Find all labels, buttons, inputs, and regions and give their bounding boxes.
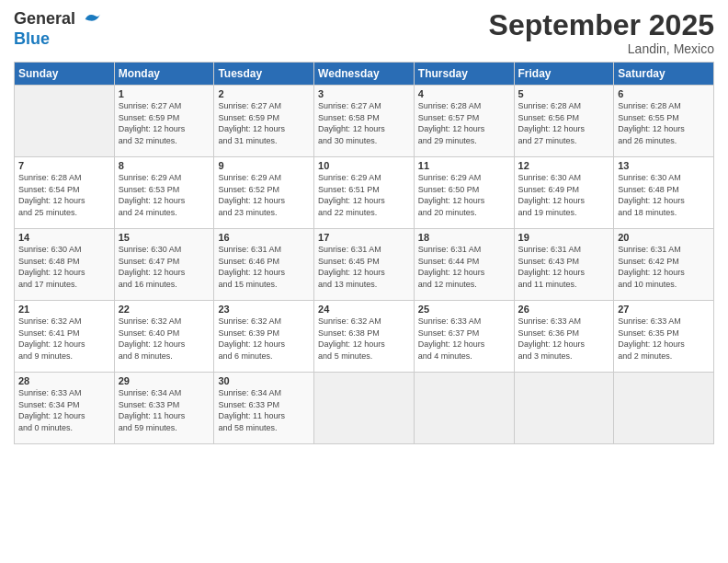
day-info: Sunrise: 6:32 AM Sunset: 6:40 PM Dayligh… xyxy=(119,316,210,362)
calendar-cell: 15Sunrise: 6:30 AM Sunset: 6:47 PM Dayli… xyxy=(114,229,214,301)
day-header: Thursday xyxy=(414,63,514,86)
day-number: 21 xyxy=(18,304,110,315)
day-number: 29 xyxy=(119,375,210,386)
calendar-cell: 23Sunrise: 6:32 AM Sunset: 6:39 PM Dayli… xyxy=(214,301,314,373)
calendar-cell: 16Sunrise: 6:31 AM Sunset: 6:46 PM Dayli… xyxy=(214,229,314,301)
calendar-cell: 20Sunrise: 6:31 AM Sunset: 6:42 PM Dayli… xyxy=(614,229,714,301)
calendar-cell: 26Sunrise: 6:33 AM Sunset: 6:36 PM Dayli… xyxy=(514,301,614,373)
day-number: 5 xyxy=(518,88,610,99)
day-info: Sunrise: 6:33 AM Sunset: 6:35 PM Dayligh… xyxy=(618,316,710,362)
header-row: SundayMondayTuesdayWednesdayThursdayFrid… xyxy=(15,63,714,86)
day-info: Sunrise: 6:33 AM Sunset: 6:37 PM Dayligh… xyxy=(418,316,510,362)
logo-blue: Blue xyxy=(14,29,102,49)
logo-general: General xyxy=(14,9,102,29)
calendar-cell: 19Sunrise: 6:31 AM Sunset: 6:43 PM Dayli… xyxy=(514,229,614,301)
header: General Blue September 2025 Landin, Mexi… xyxy=(14,9,714,56)
calendar-cell: 9Sunrise: 6:29 AM Sunset: 6:52 PM Daylig… xyxy=(214,157,314,229)
logo: General Blue xyxy=(14,9,102,49)
day-number: 19 xyxy=(518,232,610,243)
day-number: 4 xyxy=(418,88,510,99)
day-number: 1 xyxy=(119,88,210,99)
calendar-cell: 11Sunrise: 6:29 AM Sunset: 6:50 PM Dayli… xyxy=(414,157,514,229)
calendar-cell: 13Sunrise: 6:30 AM Sunset: 6:48 PM Dayli… xyxy=(614,157,714,229)
calendar-cell: 7Sunrise: 6:28 AM Sunset: 6:54 PM Daylig… xyxy=(15,157,115,229)
calendar-cell: 17Sunrise: 6:31 AM Sunset: 6:45 PM Dayli… xyxy=(314,229,415,301)
day-info: Sunrise: 6:34 AM Sunset: 6:33 PM Dayligh… xyxy=(218,387,310,433)
title-area: September 2025 Landin, Mexico xyxy=(489,9,714,56)
day-info: Sunrise: 6:29 AM Sunset: 6:53 PM Dayligh… xyxy=(119,172,210,218)
calendar-cell: 28Sunrise: 6:33 AM Sunset: 6:34 PM Dayli… xyxy=(15,373,115,444)
day-number: 18 xyxy=(418,232,510,243)
day-number: 17 xyxy=(318,232,410,243)
day-info: Sunrise: 6:30 AM Sunset: 6:47 PM Dayligh… xyxy=(119,244,210,290)
calendar-cell: 27Sunrise: 6:33 AM Sunset: 6:35 PM Dayli… xyxy=(614,301,714,373)
day-info: Sunrise: 6:29 AM Sunset: 6:50 PM Dayligh… xyxy=(418,172,510,218)
day-number: 7 xyxy=(18,160,110,171)
day-header: Tuesday xyxy=(214,63,314,86)
calendar-cell: 18Sunrise: 6:31 AM Sunset: 6:44 PM Dayli… xyxy=(414,229,514,301)
day-info: Sunrise: 6:30 AM Sunset: 6:48 PM Dayligh… xyxy=(618,172,710,218)
day-info: Sunrise: 6:34 AM Sunset: 6:33 PM Dayligh… xyxy=(119,387,210,433)
day-number: 20 xyxy=(618,232,710,243)
day-info: Sunrise: 6:31 AM Sunset: 6:44 PM Dayligh… xyxy=(418,244,510,290)
calendar-cell xyxy=(514,373,614,444)
day-number: 10 xyxy=(318,160,410,171)
day-number: 22 xyxy=(119,304,210,315)
day-info: Sunrise: 6:27 AM Sunset: 6:58 PM Dayligh… xyxy=(318,100,410,146)
day-number: 16 xyxy=(218,232,310,243)
day-info: Sunrise: 6:30 AM Sunset: 6:49 PM Dayligh… xyxy=(518,172,610,218)
day-info: Sunrise: 6:31 AM Sunset: 6:46 PM Dayligh… xyxy=(218,244,310,290)
day-number: 6 xyxy=(618,88,710,99)
day-number: 3 xyxy=(318,88,410,99)
day-number: 14 xyxy=(18,232,110,243)
calendar-cell xyxy=(15,86,115,157)
day-number: 12 xyxy=(518,160,610,171)
calendar-cell: 29Sunrise: 6:34 AM Sunset: 6:33 PM Dayli… xyxy=(114,373,214,444)
day-info: Sunrise: 6:27 AM Sunset: 6:59 PM Dayligh… xyxy=(218,100,310,146)
calendar-week-row: 7Sunrise: 6:28 AM Sunset: 6:54 PM Daylig… xyxy=(15,157,714,229)
day-number: 26 xyxy=(518,304,610,315)
calendar-week-row: 14Sunrise: 6:30 AM Sunset: 6:48 PM Dayli… xyxy=(15,229,714,301)
day-number: 11 xyxy=(418,160,510,171)
calendar-cell: 5Sunrise: 6:28 AM Sunset: 6:56 PM Daylig… xyxy=(514,86,614,157)
day-number: 28 xyxy=(18,375,110,386)
day-info: Sunrise: 6:29 AM Sunset: 6:52 PM Dayligh… xyxy=(218,172,310,218)
day-info: Sunrise: 6:27 AM Sunset: 6:59 PM Dayligh… xyxy=(119,100,210,146)
day-info: Sunrise: 6:33 AM Sunset: 6:34 PM Dayligh… xyxy=(18,387,110,433)
day-number: 24 xyxy=(318,304,410,315)
day-info: Sunrise: 6:30 AM Sunset: 6:48 PM Dayligh… xyxy=(18,244,110,290)
day-number: 8 xyxy=(119,160,210,171)
day-number: 2 xyxy=(218,88,310,99)
calendar-cell: 12Sunrise: 6:30 AM Sunset: 6:49 PM Dayli… xyxy=(514,157,614,229)
day-info: Sunrise: 6:32 AM Sunset: 6:38 PM Dayligh… xyxy=(318,316,410,362)
day-info: Sunrise: 6:33 AM Sunset: 6:36 PM Dayligh… xyxy=(518,316,610,362)
day-number: 15 xyxy=(119,232,210,243)
day-info: Sunrise: 6:31 AM Sunset: 6:43 PM Dayligh… xyxy=(518,244,610,290)
calendar-cell: 10Sunrise: 6:29 AM Sunset: 6:51 PM Dayli… xyxy=(314,157,415,229)
calendar-cell: 1Sunrise: 6:27 AM Sunset: 6:59 PM Daylig… xyxy=(114,86,214,157)
calendar-cell: 8Sunrise: 6:29 AM Sunset: 6:53 PM Daylig… xyxy=(114,157,214,229)
day-number: 23 xyxy=(218,304,310,315)
calendar-week-row: 1Sunrise: 6:27 AM Sunset: 6:59 PM Daylig… xyxy=(15,86,714,157)
day-header: Wednesday xyxy=(314,63,415,86)
calendar-cell: 22Sunrise: 6:32 AM Sunset: 6:40 PM Dayli… xyxy=(114,301,214,373)
day-number: 13 xyxy=(618,160,710,171)
calendar-cell: 14Sunrise: 6:30 AM Sunset: 6:48 PM Dayli… xyxy=(15,229,115,301)
calendar-cell: 25Sunrise: 6:33 AM Sunset: 6:37 PM Dayli… xyxy=(414,301,514,373)
day-info: Sunrise: 6:28 AM Sunset: 6:56 PM Dayligh… xyxy=(518,100,610,146)
calendar-cell: 6Sunrise: 6:28 AM Sunset: 6:55 PM Daylig… xyxy=(614,86,714,157)
calendar-week-row: 21Sunrise: 6:32 AM Sunset: 6:41 PM Dayli… xyxy=(15,301,714,373)
calendar-week-row: 28Sunrise: 6:33 AM Sunset: 6:34 PM Dayli… xyxy=(15,373,714,444)
calendar-table: SundayMondayTuesdayWednesdayThursdayFrid… xyxy=(14,62,714,444)
calendar-cell: 2Sunrise: 6:27 AM Sunset: 6:59 PM Daylig… xyxy=(214,86,314,157)
day-info: Sunrise: 6:28 AM Sunset: 6:55 PM Dayligh… xyxy=(618,100,710,146)
calendar-cell: 24Sunrise: 6:32 AM Sunset: 6:38 PM Dayli… xyxy=(314,301,415,373)
day-header: Saturday xyxy=(614,63,714,86)
day-info: Sunrise: 6:28 AM Sunset: 6:57 PM Dayligh… xyxy=(418,100,510,146)
calendar-cell xyxy=(314,373,415,444)
location: Landin, Mexico xyxy=(489,41,714,56)
calendar-cell xyxy=(414,373,514,444)
day-info: Sunrise: 6:28 AM Sunset: 6:54 PM Dayligh… xyxy=(18,172,110,218)
day-number: 30 xyxy=(218,375,310,386)
month-title: September 2025 xyxy=(489,9,714,41)
